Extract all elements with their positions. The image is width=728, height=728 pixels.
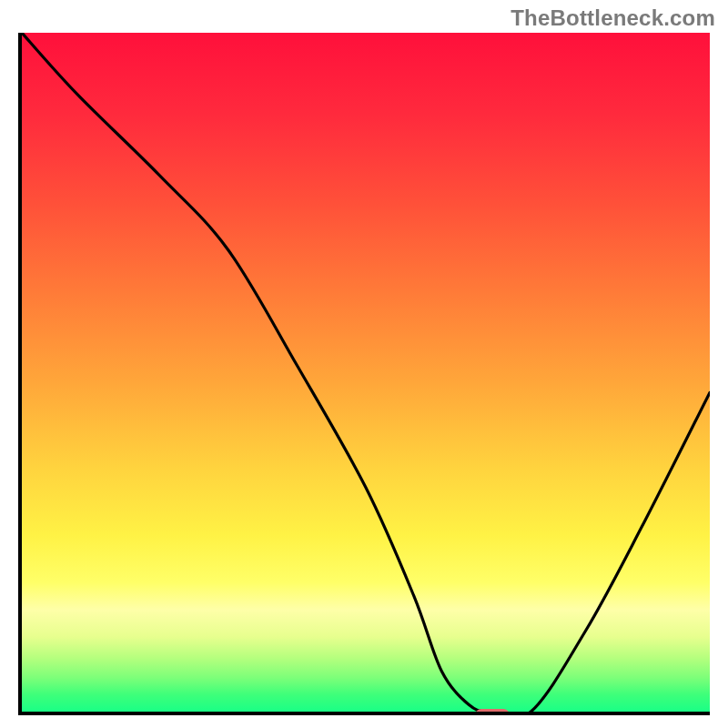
optimal-marker	[475, 709, 510, 715]
bottleneck-curve	[22, 33, 710, 712]
curve-path	[22, 33, 710, 712]
watermark-text: TheBottleneck.com	[511, 5, 715, 31]
chart-container: TheBottleneck.com	[0, 0, 728, 728]
plot-area	[18, 33, 710, 715]
